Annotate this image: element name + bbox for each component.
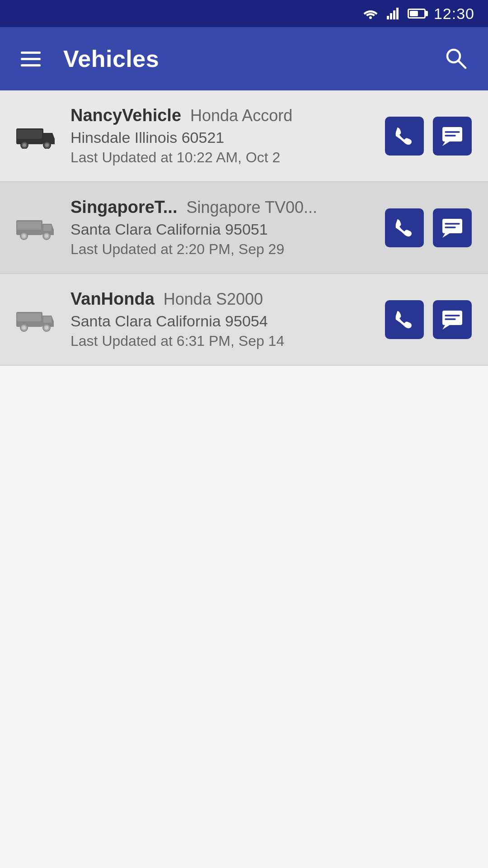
vehicle-location: Santa Clara California 95051 [70,221,376,238]
vehicle-location: Santa Clara California 95054 [70,312,376,330]
vehicle-name: NancyVehicle [70,106,181,125]
svg-rect-12 [17,130,42,139]
message-button[interactable] [433,117,472,156]
vehicle-model: Singapore TV00... [186,198,317,217]
svg-rect-34 [43,316,52,323]
list-item[interactable]: SingaporeT... Singapore TV00... Santa Cl… [0,182,488,274]
status-bar: 12:30 [0,0,488,27]
truck-icon [16,305,57,334]
vehicle-last-updated: Last Updated at 2:20 PM, Sep 29 [70,241,376,258]
list-item[interactable]: VanHonda Honda S2000 Santa Clara Califor… [0,274,488,366]
battery-icon [408,9,426,19]
truck-icon [16,122,57,151]
signal-icon [387,8,399,19]
svg-point-21 [45,234,48,238]
vehicle-list: NancyVehicle Honda Accord Hinsdale Illin… [0,90,488,366]
svg-point-0 [369,16,372,19]
svg-marker-16 [442,142,450,146]
svg-rect-13 [442,127,462,142]
menu-button[interactable] [16,47,45,71]
svg-point-19 [22,234,26,238]
svg-rect-4 [396,8,399,19]
svg-point-30 [22,326,26,330]
vehicle-info: SingaporeT... Singapore TV00... Santa Cl… [70,198,376,258]
truck-icon [16,213,57,242]
vehicle-info: NancyVehicle Honda Accord Hinsdale Illin… [70,106,376,166]
message-button[interactable] [433,208,472,247]
wifi-icon [362,8,379,19]
vehicle-actions [385,208,472,247]
call-button[interactable] [385,117,424,156]
vehicle-model: Honda Accord [190,106,292,125]
svg-rect-23 [43,225,52,231]
svg-rect-3 [393,10,395,19]
call-button[interactable] [385,208,424,247]
empty-content-area [0,366,488,868]
app-bar: Vehicles [0,27,488,90]
svg-rect-33 [17,313,41,321]
svg-rect-22 [17,222,41,230]
status-icons: 12:30 [362,5,474,23]
vehicle-name: VanHonda [70,289,155,309]
call-button[interactable] [385,300,424,339]
svg-point-9 [23,143,26,147]
list-item[interactable]: NancyVehicle Honda Accord Hinsdale Illin… [0,90,488,182]
vehicle-actions [385,117,472,156]
vehicle-last-updated: Last Updated at 10:22 AM, Oct 2 [70,149,376,166]
svg-rect-35 [442,311,462,325]
svg-rect-2 [390,13,392,19]
vehicle-actions [385,300,472,339]
svg-rect-1 [387,16,389,19]
vehicle-name: SingaporeT... [70,198,177,217]
vehicle-model: Honda S2000 [164,290,263,309]
message-button[interactable] [433,300,472,339]
page-title: Vehicles [63,45,421,72]
status-time: 12:30 [434,5,474,23]
svg-line-6 [458,61,465,68]
svg-point-11 [45,143,49,147]
svg-point-32 [45,326,48,330]
svg-marker-38 [442,325,450,330]
vehicle-last-updated: Last Updated at 6:31 PM, Sep 14 [70,333,376,349]
svg-rect-24 [442,219,462,233]
vehicle-info: VanHonda Honda S2000 Santa Clara Califor… [70,289,376,349]
vehicle-location: Hinsdale Illinois 60521 [70,129,376,146]
svg-marker-27 [442,233,450,238]
search-button[interactable] [439,42,472,76]
